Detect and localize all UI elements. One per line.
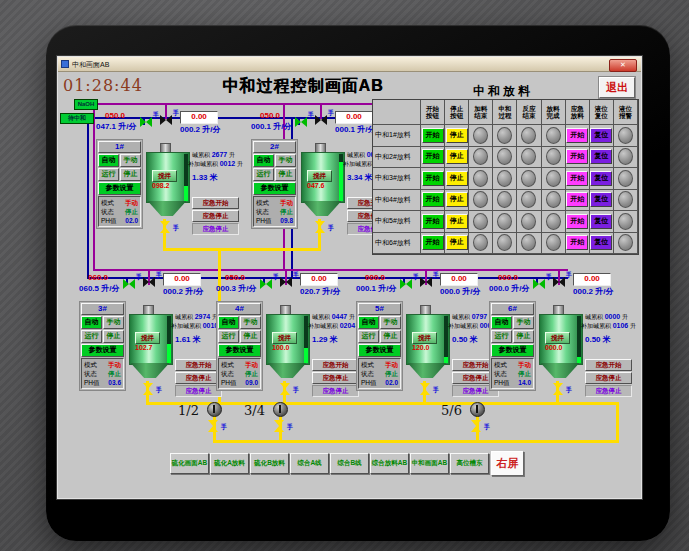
row-reset-button[interactable]: 复位: [590, 214, 612, 229]
row-emergency-button[interactable]: 开始: [566, 214, 588, 229]
auto-button[interactable]: 自动: [81, 316, 102, 329]
pump-icon[interactable]: [470, 402, 485, 417]
exit-button[interactable]: 退出: [599, 77, 635, 98]
manual-button[interactable]: 手动: [120, 154, 141, 167]
valve-icon[interactable]: [315, 221, 325, 233]
stop-button[interactable]: 停止: [240, 330, 261, 343]
nav-button[interactable]: 硫化画面AB: [170, 453, 209, 474]
valve-icon[interactable]: [140, 117, 152, 127]
close-icon[interactable]: ✕: [609, 59, 637, 72]
vessel-button[interactable]: 搅拌: [152, 170, 177, 182]
valve-icon[interactable]: [420, 277, 432, 287]
row-stop-button[interactable]: 停止: [446, 192, 468, 207]
stop-button[interactable]: 停止: [380, 330, 401, 343]
params-button[interactable]: 参数设置: [81, 344, 124, 357]
run-button[interactable]: 运行: [81, 330, 102, 343]
manual-button[interactable]: 手动: [103, 316, 124, 329]
row-stop-button[interactable]: 停止: [446, 235, 468, 250]
row-reset-button[interactable]: 复位: [590, 171, 612, 186]
flow2-setpoint-box[interactable]: 0.00: [300, 273, 338, 286]
valve-icon[interactable]: [143, 383, 153, 395]
valve-icon[interactable]: [471, 420, 481, 432]
params-button[interactable]: 参数设置: [98, 182, 141, 195]
params-button[interactable]: 参数设置: [358, 344, 401, 357]
valve-icon[interactable]: [315, 115, 327, 125]
valve-icon[interactable]: [533, 279, 545, 289]
manual-button[interactable]: 手动: [513, 316, 534, 329]
stop-button[interactable]: 停止: [103, 330, 124, 343]
valve-icon[interactable]: [260, 279, 272, 289]
valve-icon[interactable]: [420, 383, 430, 395]
row-emergency-button[interactable]: 开始: [566, 171, 588, 186]
valve-icon[interactable]: [400, 279, 412, 289]
valve-icon[interactable]: [274, 420, 284, 432]
nav-button[interactable]: 综合A线: [290, 453, 329, 474]
manual-button[interactable]: 手动: [275, 154, 296, 167]
nav-button[interactable]: 综合B线: [330, 453, 369, 474]
valve-icon[interactable]: [553, 277, 565, 287]
vessel-button[interactable]: 搅拌: [307, 170, 332, 182]
emergency-start-button[interactable]: 应急开始: [585, 359, 632, 371]
row-emergency-button[interactable]: 开始: [566, 235, 588, 250]
run-button[interactable]: 运行: [98, 168, 119, 181]
row-reset-button[interactable]: 复位: [590, 235, 612, 250]
stop-button[interactable]: 停止: [120, 168, 141, 181]
flow2-setpoint-box[interactable]: 0.00: [440, 273, 478, 286]
run-button[interactable]: 运行: [218, 330, 239, 343]
row-start-button[interactable]: 开始: [422, 192, 444, 207]
stop-button[interactable]: 停止: [513, 330, 534, 343]
row-emergency-button[interactable]: 开始: [566, 149, 588, 164]
valve-icon[interactable]: [208, 420, 218, 432]
pump-icon[interactable]: [207, 402, 222, 417]
flow2-setpoint-box[interactable]: 0.00: [163, 273, 201, 286]
valve-icon[interactable]: [553, 383, 563, 395]
row-reset-button[interactable]: 复位: [590, 192, 612, 207]
valve-icon[interactable]: [160, 115, 172, 125]
emergency-start-button[interactable]: 应急开始: [175, 359, 222, 371]
stop-button[interactable]: 停止: [275, 168, 296, 181]
row-emergency-button[interactable]: 开始: [566, 192, 588, 207]
flow2-setpoint-box[interactable]: 0.00: [573, 273, 611, 286]
run-button[interactable]: 运行: [491, 330, 512, 343]
auto-button[interactable]: 自动: [358, 316, 379, 329]
vessel-button[interactable]: 搅拌: [412, 332, 437, 344]
vessel-button[interactable]: 搅拌: [272, 332, 297, 344]
run-button[interactable]: 运行: [358, 330, 379, 343]
row-stop-button[interactable]: 停止: [446, 149, 468, 164]
flow2-setpoint-box[interactable]: 0.00: [180, 111, 218, 124]
row-stop-button[interactable]: 停止: [446, 171, 468, 186]
row-start-button[interactable]: 开始: [422, 128, 444, 143]
nav-button[interactable]: 硫化B放料: [250, 453, 289, 474]
valve-icon[interactable]: [123, 279, 135, 289]
row-start-button[interactable]: 开始: [422, 171, 444, 186]
emergency-stop-button[interactable]: 应急停止: [312, 372, 359, 384]
nav-button[interactable]: 综合放料AB: [370, 453, 409, 474]
row-start-button[interactable]: 开始: [422, 214, 444, 229]
row-reset-button[interactable]: 复位: [590, 128, 612, 143]
emergency-start-button[interactable]: 应急开始: [312, 359, 359, 371]
valve-icon[interactable]: [160, 221, 170, 233]
row-reset-button[interactable]: 复位: [590, 149, 612, 164]
manual-button[interactable]: 手动: [240, 316, 261, 329]
right-screen-button[interactable]: 右屏: [491, 451, 524, 476]
valve-icon[interactable]: [295, 117, 307, 127]
valve-icon[interactable]: [280, 383, 290, 395]
auto-button[interactable]: 自动: [218, 316, 239, 329]
row-stop-button[interactable]: 停止: [446, 128, 468, 143]
row-start-button[interactable]: 开始: [422, 149, 444, 164]
row-stop-button[interactable]: 停止: [446, 214, 468, 229]
emergency-stop-button[interactable]: 应急停止: [175, 372, 222, 384]
pump-icon[interactable]: [273, 402, 288, 417]
vessel-button[interactable]: 搅拌: [135, 332, 160, 344]
nav-button[interactable]: 高位槽东: [450, 453, 489, 474]
nav-button[interactable]: 硫化A放料: [210, 453, 249, 474]
valve-icon[interactable]: [143, 277, 155, 287]
run-button[interactable]: 运行: [253, 168, 274, 181]
row-start-button[interactable]: 开始: [422, 235, 444, 250]
nav-button[interactable]: 中和画面AB: [410, 453, 449, 474]
vessel-button[interactable]: 搅拌: [545, 332, 570, 344]
flow2-setpoint-box[interactable]: 0.00: [335, 111, 373, 124]
emergency-stop-button[interactable]: 应急停止: [192, 210, 239, 222]
manual-button[interactable]: 手动: [380, 316, 401, 329]
emergency-stop-button[interactable]: 应急停止: [585, 372, 632, 384]
